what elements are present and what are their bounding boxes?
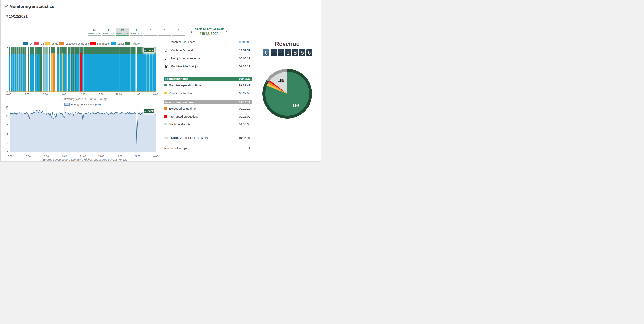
svg-text:6:00: 6:00: [44, 155, 49, 158]
svg-text:0:00: 0:00: [153, 155, 158, 158]
svg-text:6: 6: [7, 142, 8, 145]
svg-text:21:00: 21:00: [134, 155, 140, 158]
svg-text:18:00: 18:00: [116, 155, 122, 158]
svg-text:Energy consumption (kW): Energy consumption (kW): [71, 103, 101, 106]
svg-text:24: 24: [6, 115, 8, 118]
svg-text:12: 12: [6, 133, 8, 136]
svg-text:3:00: 3:00: [26, 155, 31, 158]
svg-text:z: z: [168, 65, 168, 66]
svg-text:15:00: 15:00: [98, 155, 104, 158]
svg-text:15%: 15%: [278, 79, 284, 82]
svg-text:9:00: 9:00: [62, 155, 67, 158]
svg-text:18: 18: [6, 124, 8, 127]
svg-text:81%: 81%: [293, 104, 299, 107]
svg-text:Z: Z: [167, 65, 168, 67]
svg-text:Energy consumption: 626 kWh, H: Energy consumption: 626 kWh, Highest mea…: [43, 158, 128, 161]
svg-text:0: 0: [7, 151, 8, 154]
svg-text:12:00: 12:00: [80, 155, 86, 158]
svg-text:30: 30: [6, 106, 8, 109]
svg-text:0:00: 0:00: [8, 155, 12, 158]
